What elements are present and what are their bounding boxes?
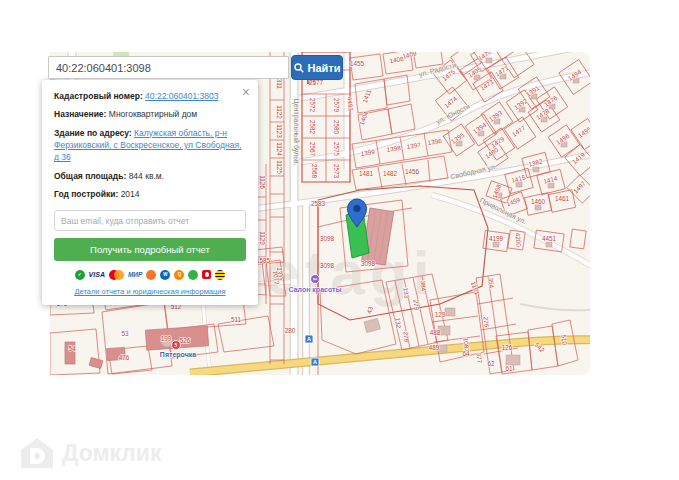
svg-text:2567: 2567 xyxy=(309,142,316,157)
svg-text:278: 278 xyxy=(403,331,411,343)
svg-text:5: 5 xyxy=(175,342,178,348)
svg-text:1461: 1461 xyxy=(555,195,570,202)
svg-text:1482: 1482 xyxy=(383,170,398,177)
beeline-icon xyxy=(215,270,225,280)
svg-text:4493: 4493 xyxy=(346,96,354,111)
panel-fields: Кадастровый номер: 40:22:060401:3803Назн… xyxy=(54,90,246,200)
cadastral-viewer: etagi xyxy=(0,0,679,480)
mir-icon: МИР xyxy=(128,271,142,278)
get-report-button[interactable]: Получить подробный отчет xyxy=(54,238,246,261)
close-icon[interactable]: × xyxy=(242,85,250,99)
domclick-house-icon xyxy=(20,437,54,469)
svg-text:53: 53 xyxy=(121,330,129,337)
svg-text:276: 276 xyxy=(483,316,491,328)
svg-text:3098: 3098 xyxy=(361,260,376,267)
svg-text:А: А xyxy=(307,336,311,342)
svg-text:3098: 3098 xyxy=(320,262,335,269)
panel-field: Общая площадь: 844 кв.м. xyxy=(54,170,246,182)
svg-text:510: 510 xyxy=(561,334,569,346)
svg-text:61: 61 xyxy=(505,365,513,372)
parcel-info-panel: × Кадастровый номер: 40:22:060401:3803На… xyxy=(42,80,258,305)
svg-text:2579: 2579 xyxy=(333,98,340,113)
svg-text:384: 384 xyxy=(420,280,428,292)
svg-text:1456: 1456 xyxy=(405,168,420,175)
svg-text:2572: 2572 xyxy=(309,98,316,113)
svg-text:489: 489 xyxy=(429,344,440,351)
svg-text:1459: 1459 xyxy=(505,196,521,208)
svg-text:3098: 3098 xyxy=(320,235,335,242)
cadastral-search-input[interactable] xyxy=(48,56,289,79)
svg-text:2568: 2568 xyxy=(311,164,318,179)
panel-field: Назначение: Многоквартирный дом xyxy=(54,108,246,120)
svg-text:279: 279 xyxy=(413,299,421,311)
svg-text:1399: 1399 xyxy=(360,148,375,157)
svg-text:1125: 1125 xyxy=(276,160,283,174)
svg-text:1398: 1398 xyxy=(386,144,401,153)
svg-text:1477: 1477 xyxy=(511,124,527,138)
svg-text:Пятерочка: Пятерочка xyxy=(160,351,196,359)
svg-text:126: 126 xyxy=(502,344,513,351)
svg-text:280: 280 xyxy=(285,327,296,334)
svg-text:1473: 1473 xyxy=(479,78,495,92)
webmoney-icon: W xyxy=(160,270,170,280)
svg-text:Центральный бульв.: Центральный бульв. xyxy=(292,98,300,165)
svg-text:2573: 2573 xyxy=(333,164,340,179)
domclick-watermark-text: Домклик xyxy=(62,440,161,467)
svg-text:1460: 1460 xyxy=(531,198,546,205)
svg-text:1129: 1129 xyxy=(259,231,266,245)
find-button-label: Найти xyxy=(308,62,341,74)
panel-field: Здание по адресу: Калужская область, р-н… xyxy=(54,127,246,164)
svg-text:1409: 1409 xyxy=(402,52,418,60)
svg-text:354: 354 xyxy=(488,277,496,289)
panel-field: Кадастровый номер: 40:22:060401:3803 xyxy=(54,90,246,102)
svg-text:377: 377 xyxy=(476,352,484,364)
panel-field-link[interactable]: 40:22:060401:3803 xyxy=(145,91,218,101)
svg-text:133: 133 xyxy=(403,287,411,299)
svg-text:54: 54 xyxy=(68,345,76,352)
sbp-icon xyxy=(188,270,198,280)
svg-text:129: 129 xyxy=(435,311,446,318)
find-button[interactable]: Найти xyxy=(291,55,343,80)
svg-text:1404: 1404 xyxy=(358,110,370,126)
svg-text:1474: 1474 xyxy=(443,95,459,110)
search-icon xyxy=(294,63,304,73)
svg-text:Салон красоты: Салон красоты xyxy=(289,286,342,294)
svg-text:476: 476 xyxy=(119,354,130,361)
svg-text:1101: 1101 xyxy=(470,280,481,296)
panel-field-value: Многоквартирный дом xyxy=(109,109,197,119)
svg-text:1495: 1495 xyxy=(577,125,590,139)
svg-text:1124: 1124 xyxy=(276,142,283,156)
qiwi-icon: Q xyxy=(174,270,184,280)
email-field[interactable] xyxy=(54,210,246,231)
report-details-link[interactable]: Детали отчета и юридическая информация xyxy=(54,287,246,296)
svg-text:2577: 2577 xyxy=(309,79,324,86)
svg-text:64: 64 xyxy=(462,350,470,357)
svg-text:2582: 2582 xyxy=(309,120,316,135)
mastercard-icon xyxy=(109,270,124,280)
svg-text:1585: 1585 xyxy=(256,257,271,264)
mts-icon xyxy=(202,270,211,279)
svg-text:4200: 4200 xyxy=(514,232,522,247)
svg-text:199: 199 xyxy=(161,335,172,342)
domclick-watermark: Домклик xyxy=(20,437,161,469)
svg-text:1480: 1480 xyxy=(484,146,500,160)
svg-text:1397: 1397 xyxy=(406,141,421,150)
svg-text:526: 526 xyxy=(180,337,191,344)
svg-text:2575: 2575 xyxy=(333,142,340,157)
svg-text:4451: 4451 xyxy=(542,235,557,242)
svg-text:2580: 2580 xyxy=(333,120,340,135)
payment-methods: ✓ VISA МИР W Q xyxy=(54,269,246,280)
yoomoney-icon xyxy=(146,270,156,280)
svg-text:1126: 1126 xyxy=(259,175,266,189)
svg-text:1481: 1481 xyxy=(359,170,374,177)
svg-text:1455: 1455 xyxy=(350,60,365,67)
svg-text:2583: 2583 xyxy=(311,200,326,207)
svg-text:4199: 4199 xyxy=(489,235,504,242)
svg-text:1123: 1123 xyxy=(276,124,283,138)
svg-text:132: 132 xyxy=(395,317,403,329)
svg-text:1497: 1497 xyxy=(572,179,587,194)
svg-text:1122: 1122 xyxy=(276,105,283,119)
svg-text:А: А xyxy=(313,359,317,365)
svg-text:62: 62 xyxy=(487,360,495,367)
visa-icon: VISA xyxy=(89,271,105,278)
